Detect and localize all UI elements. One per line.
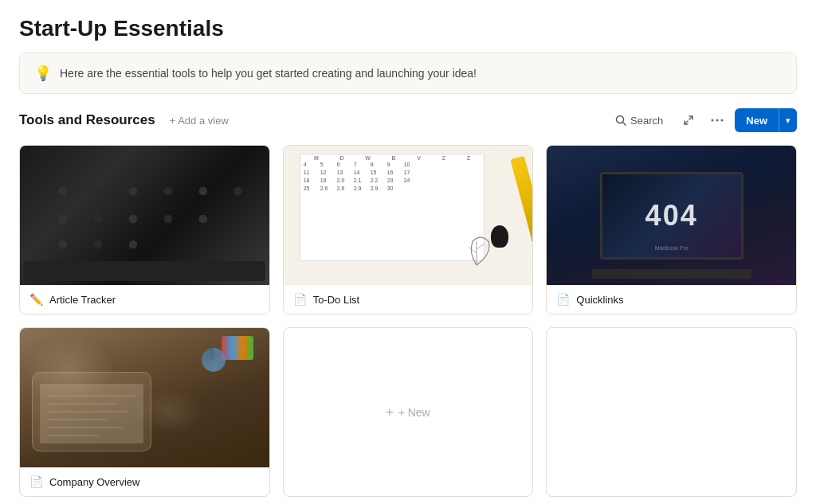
card-footer-article-tracker: ✏️ Article Tracker — [20, 285, 269, 314]
toolbar: Tools and Resources + Add a view Search — [19, 108, 797, 132]
new-card-label: + New — [398, 406, 430, 419]
add-view-button[interactable]: + Add a view — [165, 113, 233, 128]
new-button-caret[interactable]: ▾ — [779, 108, 797, 132]
page-wrapper: Start-Up Essentials 💡 Here are the essen… — [0, 0, 816, 504]
card-todo-list[interactable]: MDWBVZZ 45678910 11121314151617 18192.02… — [283, 145, 534, 315]
new-card-plus: + — [386, 405, 393, 420]
search-icon — [615, 115, 626, 126]
card-quicklinks[interactable]: 404 MacBook Pro 📄 Quicklinks — [546, 145, 797, 315]
search-button[interactable]: Search — [607, 111, 671, 131]
card-image-desk — [20, 328, 269, 467]
leaf-sketch-icon — [453, 229, 500, 269]
laptop-container: 404 MacBook Pro — [600, 172, 743, 260]
svg-line-9 — [477, 244, 484, 249]
banner-text: Here are the essential tools to help you… — [60, 67, 477, 80]
card-footer-company: 📄 Company Overview — [20, 467, 269, 496]
card-icon-doc-todo: 📄 — [293, 293, 307, 306]
svg-point-5 — [716, 119, 719, 122]
new-button-group: New ▾ — [735, 108, 797, 132]
svg-rect-10 — [40, 384, 143, 443]
card-article-tracker[interactable]: ✏️ Article Tracker — [19, 145, 270, 315]
laptop-screen: 404 MacBook Pro — [600, 172, 743, 260]
sketch-lines — [36, 376, 147, 447]
laptop-base — [592, 269, 751, 279]
toolbar-right: Search New ▾ — [607, 108, 797, 132]
empty-slot — [546, 327, 797, 497]
svg-line-1 — [623, 123, 626, 126]
expand-icon — [683, 115, 694, 126]
card-image-calendar: MDWBVZZ 45678910 11121314151617 18192.02… — [284, 146, 533, 285]
card-icon-pencil: ✏️ — [29, 293, 43, 306]
banner: 💡 Here are the essential tools to help y… — [19, 53, 797, 94]
new-button-main[interactable]: New — [735, 108, 779, 132]
card-icon-doc-company: 📄 — [29, 475, 43, 488]
card-label-quicklinks: Quicklinks — [576, 294, 623, 306]
more-icon — [711, 119, 724, 122]
toolbar-left: Tools and Resources + Add a view — [19, 112, 233, 128]
cards-grid: ✏️ Article Tracker MDWBVZZ 45678910 1112… — [19, 145, 797, 497]
card-company-overview[interactable]: 📄 Company Overview — [19, 327, 270, 497]
card-label-article-tracker: Article Tracker — [49, 294, 116, 306]
laptop-subtext: MacBook Pro — [602, 245, 741, 251]
card-footer-quicklinks: 📄 Quicklinks — [547, 285, 796, 314]
expand-button[interactable] — [677, 109, 700, 131]
svg-point-4 — [712, 119, 714, 122]
card-footer-todo: 📄 To-Do List — [284, 285, 533, 314]
marker-yellow — [511, 156, 533, 260]
section-title: Tools and Resources — [19, 112, 155, 128]
more-options-button[interactable] — [706, 109, 728, 131]
card-label-todo: To-Do List — [313, 294, 360, 306]
card-image-typewriter — [20, 146, 269, 285]
card-image-laptop: 404 MacBook Pro — [547, 146, 796, 285]
svg-line-8 — [469, 247, 477, 253]
caret-icon: ▾ — [786, 115, 790, 126]
card-label-company: Company Overview — [49, 476, 139, 488]
svg-point-6 — [721, 119, 724, 122]
page-title: Start-Up Essentials — [19, 16, 797, 41]
markers-top — [222, 336, 253, 360]
calendar-header: MDWBVZZ — [304, 155, 481, 161]
card-icon-doc-quicklinks: 📄 — [556, 293, 570, 306]
tape-blue — [202, 348, 226, 372]
banner-icon: 💡 — [34, 64, 52, 82]
laptop-404-text: 404 — [645, 199, 698, 232]
calendar-grid: 45678910 11121314151617 18192.02.12.2232… — [304, 162, 418, 191]
new-card-button[interactable]: + + New — [283, 327, 534, 497]
search-label: Search — [630, 115, 663, 127]
